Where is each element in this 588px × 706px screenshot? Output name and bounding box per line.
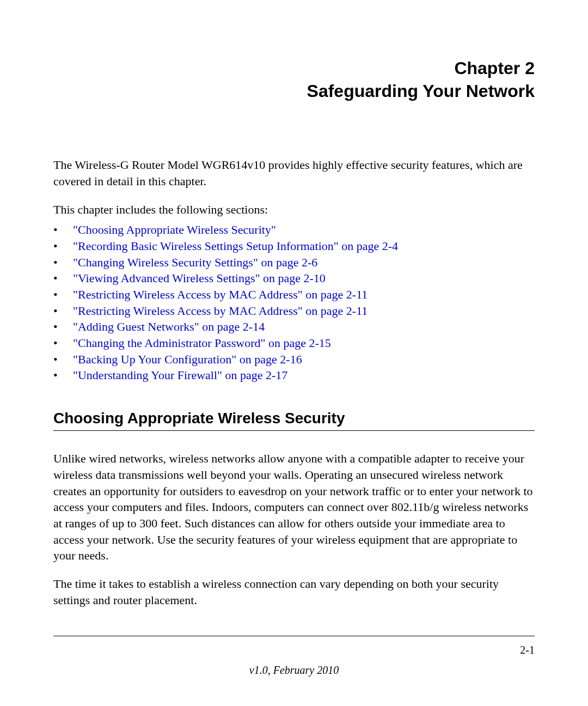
toc-link[interactable]: "Restricting Wireless Access by MAC Addr… [73, 304, 367, 318]
page-footer: 2-1 v1.0, February 2010 [53, 636, 535, 677]
list-item: "Restricting Wireless Access by MAC Addr… [53, 303, 535, 319]
toc-intro: This chapter includes the following sect… [53, 202, 535, 218]
intro-paragraph: The Wireless-G Router Model WGR614v10 pr… [53, 157, 535, 189]
page-number: 2-1 [53, 644, 535, 656]
toc-link[interactable]: "Adding Guest Networks" on page 2-14 [73, 320, 265, 333]
list-item: "Understanding Your Firewall" on page 2-… [53, 367, 535, 384]
version-label: v1.0, February 2010 [53, 664, 535, 677]
toc-link[interactable]: "Changing the Administrator Password" on… [73, 336, 331, 350]
toc-link[interactable]: "Restricting Wireless Access by MAC Addr… [73, 288, 367, 301]
list-item: "Changing Wireless Security Settings" on… [53, 254, 535, 271]
toc-link[interactable]: "Viewing Advanced Wireless Settings" on … [73, 271, 326, 285]
toc-list: "Choosing Appropriate Wireless Security"… [53, 222, 535, 384]
section-divider [53, 430, 535, 431]
list-item: "Recording Basic Wireless Settings Setup… [53, 238, 535, 254]
chapter-title: Chapter 2 Safeguarding Your Network [53, 57, 535, 102]
list-item: "Adding Guest Networks" on page 2-14 [53, 319, 535, 335]
list-item: "Choosing Appropriate Wireless Security" [53, 222, 535, 238]
section-heading: Choosing Appropriate Wireless Security [53, 410, 535, 427]
chapter-number: Chapter 2 [53, 57, 535, 80]
body-paragraph: The time it takes to establish a wireles… [53, 576, 535, 608]
list-item: "Backing Up Your Configuration" on page … [53, 351, 535, 368]
list-item: "Changing the Administrator Password" on… [53, 335, 535, 351]
chapter-name: Safeguarding Your Network [53, 80, 535, 103]
toc-link[interactable]: "Changing Wireless Security Settings" on… [73, 255, 317, 269]
toc-link[interactable]: "Recording Basic Wireless Settings Setup… [73, 239, 398, 253]
toc-link[interactable]: "Choosing Appropriate Wireless Security" [73, 223, 276, 236]
footer-divider [53, 636, 535, 636]
toc-link[interactable]: "Understanding Your Firewall" on page 2-… [73, 368, 287, 382]
list-item: "Viewing Advanced Wireless Settings" on … [53, 270, 535, 287]
list-item: "Restricting Wireless Access by MAC Addr… [53, 287, 535, 303]
document-page: Chapter 2 Safeguarding Your Network The … [0, 0, 588, 706]
body-paragraph: Unlike wired networks, wireless networks… [53, 451, 535, 564]
toc-link[interactable]: "Backing Up Your Configuration" on page … [73, 352, 302, 366]
